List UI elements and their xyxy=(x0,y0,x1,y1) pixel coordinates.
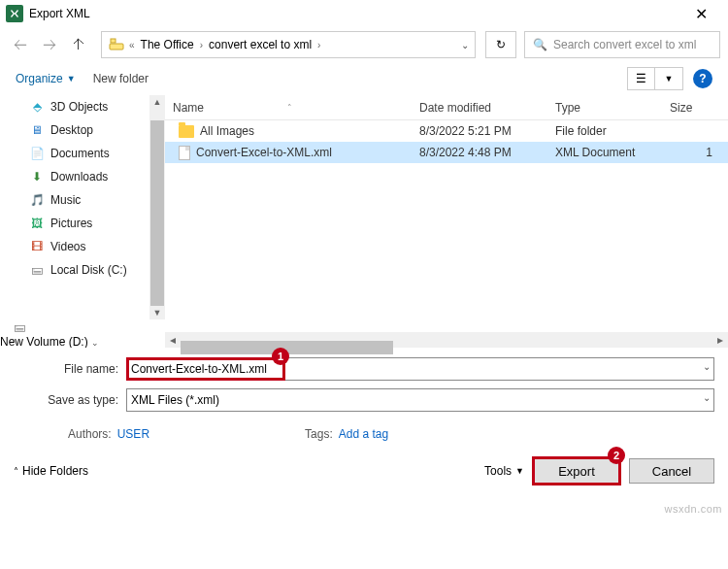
sidebar-item-newvolume[interactable]: 🖴 New Volume (D:) ⌄ xyxy=(0,319,165,348)
callout-badge-1: 1 xyxy=(272,348,289,365)
sidebar-item-documents[interactable]: 📄Documents xyxy=(0,142,164,165)
authors-value[interactable]: USER xyxy=(117,427,149,441)
address-dropdown-icon[interactable]: ⌄ xyxy=(461,40,469,50)
scroll-right-icon[interactable]: ▸ xyxy=(712,333,728,347)
filename-input[interactable] xyxy=(126,357,714,381)
horizontal-scrollbar[interactable]: ◂ ▸ xyxy=(165,332,728,348)
chevron-down-icon[interactable]: ⌄ xyxy=(703,361,711,372)
savetype-label: Save as type: xyxy=(14,393,118,407)
sidebar-item-videos[interactable]: 🎞Videos xyxy=(0,235,164,258)
cancel-button[interactable]: Cancel xyxy=(629,458,714,484)
chevron-up-icon: ˄ xyxy=(14,466,18,477)
file-name: All Images xyxy=(200,124,254,138)
disk-icon: 🖴 xyxy=(29,262,45,278)
sort-icon: ˄ xyxy=(287,103,292,113)
hide-folders-toggle[interactable]: ˄ Hide Folders xyxy=(14,464,88,478)
sidebar-label: Documents xyxy=(50,147,110,160)
sidebar-item-3dobjects[interactable]: ⬘3D Objects xyxy=(0,95,164,118)
sidebar-label: Downloads xyxy=(50,170,108,184)
nav-row: 🡠 🡢 🡡 « The Office › convert excel to xm… xyxy=(0,27,728,62)
organize-menu[interactable]: Organize ▼ xyxy=(16,72,76,85)
new-folder-button[interactable]: New folder xyxy=(93,72,149,85)
scroll-left-icon[interactable]: ◂ xyxy=(165,333,181,347)
input-area: File name: 1 ⌄ Save as type: XML Files (… xyxy=(0,348,728,423)
hide-folders-label: Hide Folders xyxy=(22,464,88,478)
export-button[interactable]: Export xyxy=(534,458,619,484)
picture-icon: 🖼 xyxy=(29,216,45,231)
svg-rect-1 xyxy=(110,44,123,50)
tags-value[interactable]: Add a tag xyxy=(339,427,388,441)
close-button[interactable]: ✕ xyxy=(679,0,722,27)
file-date: 8/3/2022 4:48 PM xyxy=(412,146,547,159)
up-button[interactable]: 🡡 xyxy=(66,32,91,57)
sidebar-item-localdisk[interactable]: 🖴Local Disk (C:) xyxy=(0,258,164,282)
col-name[interactable]: Name xyxy=(173,101,204,115)
file-type: File folder xyxy=(547,124,662,138)
drive-icon xyxy=(108,36,125,53)
folder-icon xyxy=(179,125,194,138)
callout-badge-2: 2 xyxy=(608,447,625,464)
window-title: Export XML xyxy=(29,7,679,20)
search-input[interactable]: 🔍 Search convert excel to xml xyxy=(524,31,720,58)
export-label: Export xyxy=(558,464,595,479)
desktop-icon: 🖥 xyxy=(29,122,45,138)
scroll-up-icon[interactable]: ▲ xyxy=(153,97,162,107)
sidebar-label: New Volume (D:) xyxy=(0,335,88,348)
sidebar-item-music[interactable]: 🎵Music xyxy=(0,188,164,212)
sidebar-label: Desktop xyxy=(50,123,93,137)
sidebar-label: Videos xyxy=(50,240,85,253)
forward-button: 🡢 xyxy=(37,32,62,57)
file-type: XML Document xyxy=(547,146,662,159)
col-size[interactable]: Size xyxy=(662,101,720,115)
sidebar-label: Music xyxy=(50,193,81,207)
video-icon: 🎞 xyxy=(29,239,45,254)
tags-label: Tags: xyxy=(305,427,333,441)
savetype-select[interactable]: XML Files (*.xml) xyxy=(126,388,714,412)
savetype-value: XML Files (*.xml) xyxy=(131,393,219,407)
search-placeholder: Search convert excel to xml xyxy=(553,38,696,51)
column-headers[interactable]: Name˄ Date modified Type Size xyxy=(165,95,728,120)
sidebar-item-pictures[interactable]: 🖼Pictures xyxy=(0,212,164,235)
sidebar-scrollbar[interactable]: ▲ ▼ xyxy=(149,95,165,319)
chevron-down-icon: ▼ xyxy=(67,74,76,84)
chevron-icon: « xyxy=(129,40,135,50)
view-dropdown-icon[interactable]: ▼ xyxy=(655,68,682,89)
filename-label: File name: xyxy=(14,362,118,376)
help-button[interactable]: ? xyxy=(693,69,712,88)
file-date: 8/3/2022 5:21 PM xyxy=(412,124,547,138)
cancel-label: Cancel xyxy=(652,464,691,479)
file-row-folder[interactable]: All Images 8/3/2022 5:21 PM File folder xyxy=(165,120,728,142)
scroll-thumb[interactable] xyxy=(150,120,164,306)
refresh-button[interactable]: ↻ xyxy=(485,31,516,58)
cube-icon: ⬘ xyxy=(29,99,45,115)
file-row-selected[interactable]: Convert-Excel-to-XML.xml 8/3/2022 4:48 P… xyxy=(165,142,728,163)
sidebar-item-desktop[interactable]: 🖥Desktop xyxy=(0,118,164,142)
svg-rect-2 xyxy=(111,39,116,43)
view-list-icon[interactable]: ☰ xyxy=(628,68,655,89)
disk-icon: 🖴 xyxy=(0,319,19,335)
file-list: Name˄ Date modified Type Size All Images… xyxy=(165,95,728,348)
chevron-right-icon: › xyxy=(317,40,320,50)
button-row: ˄ Hide Folders Tools ▼ 2 Export Cancel xyxy=(0,451,728,493)
music-icon: 🎵 xyxy=(29,192,45,208)
sidebar-item-downloads[interactable]: ⬇Downloads xyxy=(0,165,164,188)
address-bar[interactable]: « The Office › convert excel to xml › ⌄ xyxy=(101,31,476,58)
organize-label: Organize xyxy=(16,72,63,85)
watermark: wsxdn.com xyxy=(664,503,722,515)
col-type[interactable]: Type xyxy=(547,101,662,115)
excel-icon xyxy=(6,5,23,22)
scroll-down-icon[interactable]: ▼ xyxy=(153,308,162,318)
view-buttons[interactable]: ☰ ▼ xyxy=(627,67,683,90)
chevron-down-icon[interactable]: ⌄ xyxy=(91,338,99,348)
sidebar-label: Pictures xyxy=(50,217,92,230)
authors-label: Authors: xyxy=(68,427,112,441)
breadcrumb-b[interactable]: convert excel to xml xyxy=(207,38,314,51)
chevron-down-icon[interactable]: ⌄ xyxy=(703,392,711,403)
col-date[interactable]: Date modified xyxy=(412,101,547,115)
titlebar: Export XML ✕ xyxy=(0,0,728,27)
file-icon xyxy=(179,146,190,160)
tools-menu[interactable]: Tools ▼ xyxy=(484,464,524,478)
back-button[interactable]: 🡠 xyxy=(8,32,33,57)
breadcrumb-a[interactable]: The Office xyxy=(139,38,196,51)
file-name: Convert-Excel-to-XML.xml xyxy=(196,146,332,159)
